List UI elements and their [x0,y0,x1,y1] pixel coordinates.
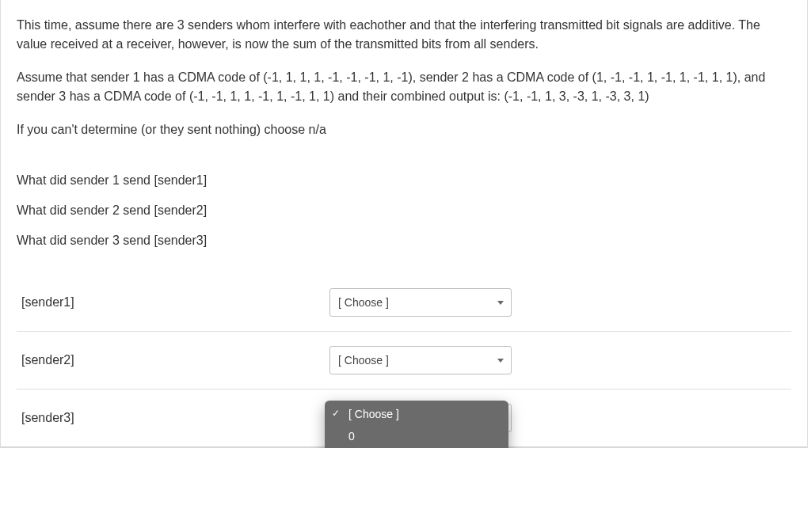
select-wrap-sender2: [ Choose ] [329,346,512,374]
select-sender2[interactable]: [ Choose ] [329,346,512,374]
question-list: What did sender 1 send [sender1] What di… [17,171,791,250]
select-wrap-sender3: ✓ [ Choose ] 0 1, n/a -1, [329,404,512,432]
question-prompt: This time, assume there are 3 senders wh… [17,16,791,139]
question-sender3: What did sender 3 send [sender3] [17,231,791,250]
answer-label-sender1: [sender1] [17,295,329,310]
answer-rows: [sender1] [ Choose ] [sender2] [ Choose … [17,274,791,446]
prompt-paragraph-2: Assume that sender 1 has a CDMA code of … [17,68,791,106]
answer-label-sender2: [sender2] [17,353,329,367]
dropdown-option-choose-label: [ Choose ] [348,408,399,420]
select-sender1[interactable]: [ Choose ] [329,288,512,317]
dropdown-option-choose[interactable]: ✓ [ Choose ] [325,404,508,426]
dropdown-option-0[interactable]: 0 [325,426,508,448]
question-container: This time, assume there are 3 senders wh… [0,0,808,448]
answer-row-sender3: [sender3] ✓ [ Choose ] 0 1, n/a [17,389,791,446]
answer-row-sender2: [sender2] [ Choose ] [17,331,791,389]
answer-label-sender3: [sender3] [17,411,329,425]
question-sender1: What did sender 1 send [sender1] [17,171,791,190]
question-sender2: What did sender 2 send [sender2] [17,201,791,220]
dropdown-option-0-label: 0 [348,430,355,443]
prompt-paragraph-3: If you can't determine (or they sent not… [17,120,791,139]
select-wrap-sender1: [ Choose ] [329,288,512,317]
check-icon: ✓ [332,407,340,420]
prompt-paragraph-1: This time, assume there are 3 senders wh… [17,16,791,54]
dropdown-sender3[interactable]: ✓ [ Choose ] 0 1, n/a -1, [325,401,508,448]
answer-row-sender1: [sender1] [ Choose ] [17,274,791,331]
dropdown-option-1[interactable]: 1, [325,447,508,448]
